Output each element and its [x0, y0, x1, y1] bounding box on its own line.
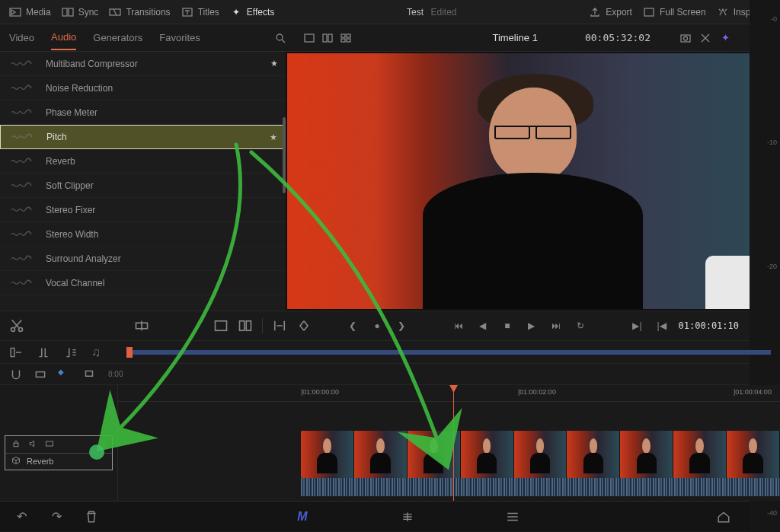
track-video-icon[interactable]: [45, 439, 54, 450]
mark-point-icon[interactable]: ●: [369, 318, 385, 333]
svg-rect-8: [323, 34, 327, 42]
effect-soft-clipper[interactable]: Soft Clipper: [0, 174, 286, 198]
color-icon[interactable]: ✦: [719, 32, 731, 44]
viewer-mode-icons: [303, 32, 352, 44]
timeline-ruler[interactable]: |01:00:00:00|01:00:02:00|01:00:04:00: [118, 385, 780, 402]
nav-titles-label: Titles: [198, 7, 219, 18]
effects-tabbar: Video Audio Generators Favorites Timelin…: [0, 24, 780, 52]
effect-stereo-width[interactable]: Stereo Width: [0, 222, 286, 247]
effect-pitch[interactable]: Pitch ★: [0, 125, 286, 149]
link-icon[interactable]: [34, 368, 47, 381]
svg-point-16: [11, 328, 15, 332]
tl-tool3-icon[interactable]: [64, 346, 78, 359]
clip-thumbnail: [514, 431, 567, 478]
effect-label: Vocal Channel: [46, 278, 104, 288]
mode2-icon[interactable]: [238, 318, 253, 333]
tab-favorites[interactable]: Favorites: [159, 26, 200, 49]
clip-thumbnail: [727, 431, 780, 478]
effect-surround-analyzer[interactable]: Surround Analyzer: [0, 247, 286, 271]
page-edit-icon[interactable]: [503, 508, 522, 526]
favorite-star-icon[interactable]: ★: [270, 132, 277, 142]
effect-stereo-fixer[interactable]: Stereo Fixer: [0, 198, 286, 222]
snapshot-icon[interactable]: [679, 32, 692, 44]
go-end-icon[interactable]: ⏭: [548, 318, 564, 333]
step-back-icon[interactable]: ◀: [475, 318, 491, 333]
viewer-mode-1-icon[interactable]: [303, 32, 315, 44]
viewer-mode-2-icon[interactable]: [321, 32, 334, 44]
viewer-mode-3-icon[interactable]: [340, 32, 352, 44]
tab-generators[interactable]: Generators: [93, 26, 142, 49]
next-edit-icon[interactable]: [296, 318, 312, 333]
nav-export-label: Export: [606, 7, 632, 18]
home-icon[interactable]: [714, 508, 733, 526]
effect-multiband-compressor[interactable]: Multiband Compressor ★: [0, 52, 286, 76]
clip-thumbnail: [567, 431, 620, 478]
search-icon[interactable]: [274, 32, 286, 44]
cut-icon[interactable]: [9, 318, 24, 333]
nav-effects[interactable]: ✦ Effects: [230, 6, 274, 18]
export-icon: [589, 6, 601, 18]
viewer-frame[interactable]: [287, 53, 778, 309]
svg-rect-1: [62, 8, 67, 16]
nav-sync[interactable]: Sync: [62, 6, 99, 18]
effect-label: Pitch: [46, 132, 67, 142]
effect-label: Stereo Fixer: [46, 205, 95, 215]
trash-icon[interactable]: [82, 508, 101, 526]
marker-icon[interactable]: ◆: [58, 368, 72, 381]
tl-tool4-icon[interactable]: ♫: [91, 346, 105, 359]
audio-track-head[interactable]: 1 Reverb: [5, 435, 113, 470]
nav-titles[interactable]: Titles: [181, 6, 219, 18]
tab-audio[interactable]: Audio: [51, 25, 76, 50]
project-title-text: Test: [407, 7, 424, 18]
track-headers: 1 Reverb: [0, 385, 118, 501]
loop-icon[interactable]: ↻: [573, 318, 588, 333]
svg-point-15: [684, 37, 688, 40]
playhead[interactable]: [453, 385, 454, 501]
svg-rect-5: [644, 8, 654, 16]
effect-phase-meter[interactable]: Phase Meter: [0, 100, 286, 125]
effect-reverb[interactable]: Reverb: [0, 149, 286, 174]
insert-icon[interactable]: [134, 318, 149, 333]
track-speaker-icon[interactable]: [28, 439, 37, 450]
svg-rect-13: [347, 39, 350, 42]
nav-fullscreen[interactable]: Full Screen: [643, 6, 706, 18]
jump-prev-icon[interactable]: |◀: [654, 318, 670, 333]
mode1-icon[interactable]: [213, 318, 229, 333]
timeline-title[interactable]: Timeline 1: [492, 32, 537, 43]
undo-icon[interactable]: ↶: [12, 508, 30, 526]
tl-tool1-icon[interactable]: [9, 346, 23, 359]
stop-icon[interactable]: ■: [500, 318, 515, 333]
svg-rect-2: [69, 8, 73, 16]
page-cut-icon[interactable]: [398, 508, 417, 526]
redo-icon[interactable]: ↷: [47, 508, 66, 526]
svg-rect-24: [14, 443, 18, 447]
mini-ruler[interactable]: [126, 350, 771, 355]
effect-vocal-channel[interactable]: Vocal Channel: [0, 271, 286, 295]
mark-in-icon[interactable]: ❮: [345, 318, 360, 333]
bypass-fx-icon[interactable]: [699, 32, 711, 44]
clip-thumbnail: [301, 431, 354, 478]
nav-media[interactable]: Media: [9, 6, 51, 18]
flag-icon[interactable]: [82, 368, 96, 381]
video-clip[interactable]: [301, 431, 780, 478]
nav-transitions[interactable]: Transitions: [109, 6, 170, 18]
play-icon[interactable]: ▶: [524, 318, 539, 333]
nav-export[interactable]: Export: [589, 6, 632, 18]
effect-icon: [8, 154, 35, 169]
db-tick: -10: [753, 139, 777, 146]
favorite-star-icon[interactable]: ★: [270, 59, 278, 68]
effect-noise-reduction[interactable]: Noise Reduction: [0, 76, 286, 100]
prev-edit-icon[interactable]: [272, 318, 287, 333]
lock-icon[interactable]: [11, 439, 21, 450]
jump-next-icon[interactable]: ▶|: [630, 318, 645, 333]
effect-icon: [8, 81, 35, 96]
snap-icon[interactable]: [9, 368, 23, 381]
mark-out-icon[interactable]: ❯: [394, 318, 409, 333]
go-start-icon[interactable]: ⏮: [451, 318, 466, 333]
audio-waveform[interactable]: [301, 478, 780, 496]
timeline-tracks[interactable]: |01:00:00:00|01:00:02:00|01:00:04:00: [118, 385, 780, 501]
page-media-icon[interactable]: M: [293, 508, 312, 526]
top-toolbar: Media Sync Transitions Titles ✦ Effects …: [0, 0, 780, 24]
tl-tool2-icon[interactable]: [37, 346, 50, 359]
tab-video[interactable]: Video: [9, 26, 34, 49]
